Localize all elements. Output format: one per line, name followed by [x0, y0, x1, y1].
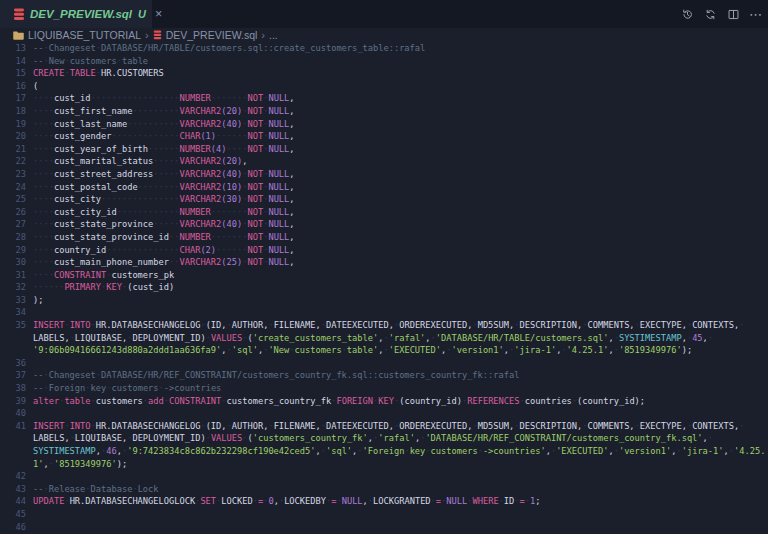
code-rows: 13--·Changeset·DATABASE/HR/TABLE/custome… [0, 42, 768, 533]
code-line[interactable]: '9:06b09416661243d880a2ddd1aa636fa9',·'s… [0, 344, 768, 357]
line-number [0, 445, 26, 458]
line-number: 16 [0, 80, 26, 93]
line-number: 24 [0, 181, 26, 194]
code-text: ····cust_state_province·····VARCHAR2(40)… [33, 218, 295, 231]
code-line[interactable]: 18····cust_first_name·········VARCHAR2(2… [0, 105, 768, 118]
line-number: 14 [0, 55, 26, 68]
code-line[interactable]: 26····cust_city_id············NUMBER····… [0, 206, 768, 219]
code-text: ····cust_city_id············NUMBER······… [33, 206, 295, 219]
code-line[interactable]: 21····cust_year_of_birth······NUMBER(4)·… [0, 143, 768, 156]
code-line[interactable]: 24····cust_postal_code········VARCHAR2(1… [0, 181, 768, 194]
code-line[interactable]: 17····cust_id·················NUMBER····… [0, 92, 768, 105]
code-line[interactable]: 42 [0, 470, 768, 483]
code-text: ····cust_postal_code········VARCHAR2(10)… [33, 181, 295, 194]
line-number: 32 [0, 281, 26, 294]
code-line[interactable]: 32······PRIMARY·KEY·(cust_id) [0, 281, 768, 294]
code-line[interactable]: 13--·Changeset·DATABASE/HR/TABLE/custome… [0, 42, 768, 55]
more-actions-icon[interactable]: ⋯ [749, 8, 761, 21]
code-line[interactable]: 1',·'8519349976'); [0, 458, 768, 471]
code-line[interactable]: 25····cust_city···············VARCHAR2(3… [0, 193, 768, 206]
folder-icon [13, 30, 24, 40]
editor-window: DEV_PREVIEW.sql U × [0, 0, 768, 534]
code-text: ····cust_year_of_birth······NUMBER(4)···… [33, 143, 295, 156]
line-number: 13 [0, 42, 26, 55]
line-number: 21 [0, 143, 26, 156]
code-text: ····cust_last_name··········VARCHAR2(40)… [33, 118, 295, 131]
code-text: INSERT·INTO·HR.DATABASECHANGELOG·(ID,·AU… [33, 319, 744, 332]
breadcrumb-item-project[interactable]: LIQUIBASE_TUTORIAL [13, 29, 141, 41]
code-editor[interactable]: 13--·Changeset·DATABASE/HR/TABLE/custome… [0, 42, 768, 534]
line-number: 28 [0, 231, 26, 244]
code-text: ····cust_first_name·········VARCHAR2(20)… [33, 105, 295, 118]
code-text: --·Changeset·DATABASE/HR/REF_CONSTRAINT/… [33, 369, 519, 382]
code-line[interactable]: 23····cust_street_address·····VARCHAR2(4… [0, 168, 768, 181]
code-line[interactable]: LABELS,·LIQUIBASE,·DEPLOYMENT_ID)·VALUES… [0, 332, 768, 345]
code-line[interactable]: 22····cust_marital_status·····VARCHAR2(2… [0, 155, 768, 168]
code-line[interactable]: 34 [0, 306, 768, 319]
code-line[interactable]: 39alter·table·customers·add·CONSTRAINT·c… [0, 395, 768, 408]
code-line[interactable]: 41INSERT·INTO·HR.DATABASECHANGELOG·(ID,·… [0, 420, 768, 433]
code-line[interactable]: 43--·Release·Database·Lock [0, 483, 768, 496]
line-number [0, 344, 26, 357]
line-number: 44 [0, 495, 26, 508]
modified-badge: U [138, 8, 146, 20]
line-number: 20 [0, 130, 26, 143]
line-number: 30 [0, 256, 26, 269]
code-line[interactable]: 44UPDATE·HR.DATABASECHANGELOGLOCK·SET·LO… [0, 495, 768, 508]
history-icon[interactable] [680, 7, 694, 21]
split-editor-icon[interactable] [726, 7, 740, 21]
line-number: 18 [0, 105, 26, 118]
code-text: LABELS,·LIQUIBASE,·DEPLOYMENT_ID)·VALUES… [33, 332, 713, 345]
code-line[interactable]: 14--·New·customers·table [0, 55, 768, 68]
code-line[interactable]: 45 [0, 508, 768, 521]
code-line[interactable]: 30····cust_main_phone_number··VARCHAR2(2… [0, 256, 768, 269]
code-text: --·Release·Database·Lock [33, 483, 159, 496]
line-number [0, 432, 26, 445]
code-line[interactable]: 31····CONSTRAINT·customers_pk [0, 269, 768, 282]
breadcrumb: LIQUIBASE_TUTORIAL › DEV_PREVIEW.sql › .… [0, 28, 768, 42]
code-text: ····country_id··············CHAR(2)·····… [33, 244, 295, 257]
editor-actions: ⋯ [680, 0, 768, 28]
code-line[interactable]: 40 [0, 407, 768, 420]
line-number: 39 [0, 395, 26, 408]
code-line[interactable]: 15CREATE·TABLE·HR.CUSTOMERS [0, 67, 768, 80]
tab-strip-empty [152, 0, 680, 28]
code-text: ( [33, 80, 38, 93]
code-text: ····cust_state_province_id··NUMBER······… [33, 231, 295, 244]
code-text: --·Changeset·DATABASE/HR/TABLE/customers… [33, 42, 425, 55]
chevron-right-icon: › [145, 30, 149, 41]
code-line[interactable]: 19····cust_last_name··········VARCHAR2(4… [0, 118, 768, 131]
code-line[interactable]: 27····cust_state_province·····VARCHAR2(4… [0, 218, 768, 231]
tab-dev-preview-sql[interactable]: DEV_PREVIEW.sql U × [0, 0, 152, 28]
sync-icon[interactable] [703, 7, 717, 21]
code-line[interactable]: 37--·Changeset·DATABASE/HR/REF_CONSTRAIN… [0, 369, 768, 382]
code-line[interactable]: 35INSERT·INTO·HR.DATABASECHANGELOG·(ID,·… [0, 319, 768, 332]
code-line[interactable]: 28····cust_state_province_id··NUMBER····… [0, 231, 768, 244]
code-line[interactable]: 38--·Foreign·key·customers·->countries [0, 382, 768, 395]
tab-bar: DEV_PREVIEW.sql U × [0, 0, 768, 28]
code-text: --·Foreign·key·customers·->countries [33, 382, 221, 395]
code-line[interactable]: 20····cust_gender·············CHAR(1)···… [0, 130, 768, 143]
code-line[interactable]: LABELS,·LIQUIBASE,·DEPLOYMENT_ID)·VALUES… [0, 432, 768, 445]
breadcrumb-item-label: LIQUIBASE_TUTORIAL [28, 29, 141, 41]
code-line[interactable]: 16( [0, 80, 768, 93]
line-number: 35 [0, 319, 26, 332]
breadcrumb-item-file[interactable]: DEV_PREVIEW.sql [153, 29, 258, 41]
line-number: 19 [0, 118, 26, 131]
code-text: alter·table·customers·add·CONSTRAINT·cus… [33, 395, 645, 408]
breadcrumb-ellipsis[interactable]: ... [269, 29, 278, 41]
code-text: ····cust_city···············VARCHAR2(30)… [33, 193, 295, 206]
code-line[interactable]: 36 [0, 357, 768, 370]
code-line[interactable]: 29····country_id··············CHAR(2)···… [0, 244, 768, 257]
code-line[interactable]: 46 [0, 521, 768, 534]
code-line[interactable]: 33); [0, 294, 768, 307]
line-number: 42 [0, 470, 26, 483]
code-text: LABELS,·LIQUIBASE,·DEPLOYMENT_ID)·VALUES… [33, 432, 713, 445]
code-text: SYSTIMESTAMP,·46,·'9:7423834c8c862b23229… [33, 445, 765, 458]
line-number: 23 [0, 168, 26, 181]
line-number: 33 [0, 294, 26, 307]
code-line[interactable]: SYSTIMESTAMP,·46,·'9:7423834c8c862b23229… [0, 445, 768, 458]
code-text: ····cust_street_address·····VARCHAR2(40)… [33, 168, 295, 181]
line-number: 31 [0, 269, 26, 282]
code-text: UPDATE·HR.DATABASECHANGELOGLOCK·SET·LOCK… [33, 495, 541, 508]
